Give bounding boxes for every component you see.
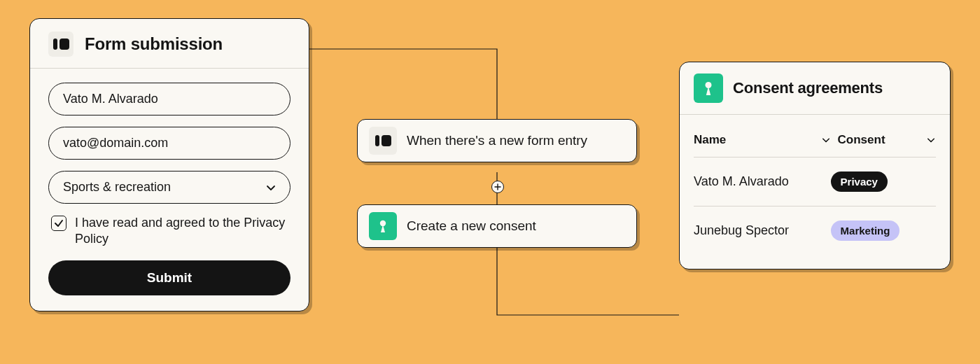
column-header-consent-label: Consent bbox=[838, 133, 886, 147]
automation-action-card[interactable]: Create a new consent bbox=[357, 204, 637, 248]
consent-agreements-panel: Consent agreements Name Consent Vat bbox=[679, 62, 951, 270]
brand-icon bbox=[369, 127, 397, 155]
cell-name: Junebug Spector bbox=[694, 209, 831, 252]
column-header-name-label: Name bbox=[694, 133, 726, 147]
cell-consent: Privacy bbox=[831, 158, 936, 206]
keyhole-icon bbox=[369, 212, 397, 240]
submit-button[interactable]: Submit bbox=[48, 260, 290, 295]
consent-table-head: Name Consent bbox=[694, 120, 936, 158]
cell-consent: Marketing bbox=[831, 206, 936, 255]
add-step-button[interactable] bbox=[491, 181, 504, 193]
automation-trigger-card[interactable]: When there's a new form entry bbox=[357, 119, 637, 162]
name-field[interactable]: Vato M. Alvarado bbox=[48, 83, 290, 115]
column-header-consent[interactable]: Consent bbox=[831, 120, 936, 157]
consent-panel-header: Consent agreements bbox=[680, 62, 950, 115]
automation-action-label: Create a new consent bbox=[407, 218, 536, 234]
email-field-value: vato@domain.com bbox=[63, 136, 168, 150]
cell-name: Vato M. Alvarado bbox=[694, 160, 831, 203]
plus-icon bbox=[494, 183, 501, 190]
consent-badge: Privacy bbox=[831, 172, 888, 192]
chevron-down-icon bbox=[266, 183, 276, 192]
form-panel-title: Form submission bbox=[85, 34, 223, 54]
form-panel-header: Form submission bbox=[30, 19, 309, 69]
consent-badge: Marketing bbox=[831, 220, 900, 241]
brand-icon bbox=[48, 31, 74, 57]
keyhole-icon bbox=[694, 74, 723, 103]
privacy-consent-checkbox[interactable] bbox=[51, 216, 66, 231]
check-icon bbox=[54, 218, 64, 228]
automation-trigger-label: When there's a new form entry bbox=[407, 133, 587, 148]
submit-button-label: Submit bbox=[147, 270, 192, 285]
topic-select[interactable]: Sports & recreation bbox=[48, 171, 290, 204]
privacy-consent-checkbox-row[interactable]: I have read and agreed to the Privacy Po… bbox=[48, 215, 290, 246]
diagram-canvas: Form submission Vato M. Alvarado vato@do… bbox=[0, 0, 980, 364]
topic-select-value: Sports & recreation bbox=[63, 180, 171, 195]
privacy-consent-label: I have read and agreed to the Privacy Po… bbox=[75, 215, 288, 246]
table-row: Junebug Spector Marketing bbox=[694, 206, 936, 255]
chevron-down-icon bbox=[821, 135, 831, 145]
consent-panel-title: Consent agreements bbox=[733, 79, 883, 97]
column-header-name[interactable]: Name bbox=[694, 120, 831, 157]
table-row: Vato M. Alvarado Privacy bbox=[694, 158, 936, 206]
form-submission-panel: Form submission Vato M. Alvarado vato@do… bbox=[29, 18, 309, 312]
name-field-value: Vato M. Alvarado bbox=[63, 92, 158, 106]
chevron-down-icon bbox=[926, 135, 936, 145]
email-field[interactable]: vato@domain.com bbox=[48, 127, 290, 160]
consent-table: Name Consent Vato M. Alvarado Privacy bbox=[680, 115, 950, 269]
form-panel-body: Vato M. Alvarado vato@domain.com Sports … bbox=[30, 69, 309, 311]
